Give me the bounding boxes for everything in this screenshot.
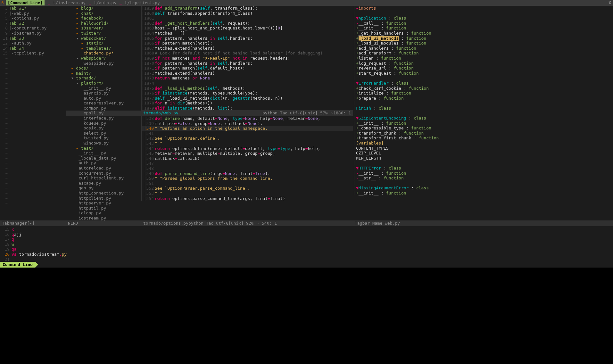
code-line[interactable]: |548 [141, 166, 353, 171]
tag-item[interactable]: |▸ imports [353, 6, 613, 11]
tag-item[interactable]: |▼ MissingArgumentError : class [353, 186, 613, 191]
tag-item[interactable]: | Finish : class [353, 106, 613, 111]
tag-item[interactable]: | +check_xsrf_cookie : function [353, 86, 613, 91]
code-line[interactable]: |1864 matches = [] [141, 31, 353, 36]
tag-item[interactable]: | +add_transform : function [353, 51, 613, 56]
code-line[interactable]: |545 metavar=metavar, multiple=multiple,… [141, 151, 353, 156]
command-window[interactable]: 15x16qajj17q18w19qa20vs tornado/iostream… [0, 226, 613, 262]
nerd-item[interactable]: ▸ s3server/ [66, 26, 141, 31]
code-line[interactable]: |1879 elif isinstance(methods, list): [141, 106, 353, 110]
code-line[interactable]: |538 def define(name, default=None, type… [141, 116, 353, 121]
cmd-line[interactable]: 21 [0, 257, 613, 262]
nerd-item[interactable]: http1connection.py [66, 191, 141, 196]
tabmgr-item[interactable]: `-auth.py [9, 41, 31, 46]
nerd-item[interactable]: ▸ chat/ [66, 11, 141, 16]
nerd-item[interactable]: twisted.py [66, 136, 141, 141]
nerd-item[interactable]: kqueue.py [66, 121, 141, 126]
code-line[interactable]: |543 """ [141, 141, 353, 146]
code-line[interactable]: |541 [141, 131, 353, 136]
nerd-item[interactable]: auth.py [66, 161, 141, 166]
tag-item[interactable]: | +transform_first_chunk : function [353, 136, 613, 141]
nerd-item[interactable]: httputil.py [66, 206, 141, 211]
tag-item[interactable]: | -__init__ : function [353, 171, 613, 176]
editor-bottom[interactable]: |538 def define(name, default=None, type… [141, 116, 353, 220]
code-line[interactable]: |1874 [141, 81, 353, 86]
cmd-line[interactable]: 15x [0, 227, 613, 232]
nerdtree-panel[interactable]: ▸ blog/ ▸ chat/ ▸ facebook/ ▸ helloworld… [66, 6, 141, 220]
cmd-line[interactable]: 18w [0, 242, 613, 247]
tag-item[interactable]: | +_compressible_type : function [353, 126, 613, 131]
code-line[interactable]: |1868 # Look for default host if not beh… [141, 51, 353, 56]
tag-item[interactable]: |▼ ErrorHandler : class [353, 81, 613, 86]
code-line[interactable]: |554 return options.parse_command_line(a… [141, 196, 353, 201]
tag-item[interactable]: | +prepare : function [353, 96, 613, 101]
nerd-item[interactable]: ▸ maint/ [66, 71, 141, 76]
tab[interactable]: ⎵ t/tcpclient.py [120, 0, 160, 5]
code-line[interactable]: |553 """ [141, 191, 353, 196]
nerd-item[interactable]: caresresolver.py [66, 101, 141, 106]
tag-item[interactable]: | [353, 101, 613, 106]
nerd-item[interactable]: common.py [66, 106, 141, 111]
tag-item[interactable]: | +_load_ui_methods : function [353, 36, 613, 41]
close-icon[interactable]: X [609, 0, 611, 5]
tag-item[interactable]: | [353, 76, 613, 81]
nerd-item[interactable]: autoreload.py [66, 166, 141, 171]
code-line[interactable]: |540 """Defines an option in the global … [141, 126, 353, 131]
cmd-line[interactable]: 19qa [0, 247, 613, 252]
nerd-item[interactable]: _locale_data.py [66, 156, 141, 161]
nerd-item[interactable]: httpserver.py [66, 201, 141, 206]
cmd-line[interactable]: 20vs tornado/iostream.py [0, 252, 613, 257]
nerd-item[interactable]: __init__.py [66, 151, 141, 156]
tag-item[interactable]: | [353, 161, 613, 166]
tag-item[interactable]: | [353, 11, 613, 16]
tabmgr-item[interactable]: `-iostream.py [9, 31, 42, 36]
code-line[interactable]: |550 """Parses global options from the c… [141, 176, 353, 181]
code-line[interactable]: |1872 matches.extend(handlers) [141, 71, 353, 76]
nerd-item[interactable]: ▸ static/ [66, 41, 141, 46]
nerd-item[interactable]: ioloop.py [66, 211, 141, 216]
code-line[interactable]: |1869 if not matches and "X-Real-Ip" not… [141, 56, 353, 61]
nerd-item[interactable]: auto.py [66, 96, 141, 101]
nerd-item[interactable]: ▾ tornado/ [66, 76, 141, 81]
code-line[interactable]: |1860 self.transforms.append(transform_c… [141, 11, 353, 16]
active-tab[interactable]: [Command Line] [6, 0, 45, 5]
nerd-item[interactable]: escape.py [66, 181, 141, 186]
code-line[interactable]: |551 [141, 181, 353, 186]
code-line[interactable]: |549 def parse_command_line(args=None, f… [141, 171, 353, 176]
tag-item[interactable]: | +__init__ : function [353, 191, 613, 196]
tag-item[interactable]: | +add_handlers : function [353, 46, 613, 51]
editor-top[interactable]: |1859 def add_transform(self, transform_… [141, 6, 353, 110]
nerd-item[interactable]: chatdemo.py* [66, 51, 141, 56]
tag-item[interactable]: | GZIP_LEVEL [353, 151, 613, 156]
nerd-item[interactable]: gen.py [66, 186, 141, 191]
tag-item[interactable]: | +__init__ : function [353, 26, 613, 31]
tag-item[interactable]: | [353, 111, 613, 116]
nerd-item[interactable]: ▸ twitter/ [66, 31, 141, 36]
code-line[interactable]: |1873 return matches or None [141, 76, 353, 81]
nerd-item[interactable]: posix.py [66, 126, 141, 131]
tag-item[interactable]: | +listen : function [353, 56, 613, 61]
tabmgr-item[interactable]: |-web.py [9, 11, 29, 16]
tag-item[interactable]: |▼ HTTPError : class [353, 166, 613, 171]
nerd-item[interactable]: ▸ test/ [66, 146, 141, 151]
tag-item[interactable]: | CONTENT_TYPES [353, 146, 613, 151]
code-line[interactable]: |544 return options.define(name, default… [141, 146, 353, 151]
nerd-item[interactable]: httpclient.py [66, 196, 141, 201]
nerd-item[interactable]: interface.py [66, 116, 141, 121]
code-line[interactable]: |1867 matches.extend(handlers) [141, 46, 353, 51]
nerd-item[interactable]: ▸ helloworld/ [66, 21, 141, 26]
tag-item[interactable]: | -__call__ : function [353, 21, 613, 26]
nerd-item[interactable]: ▸ templates/ [66, 46, 141, 51]
tag-item[interactable]: | -__str__ : function [353, 176, 613, 181]
nerd-item[interactable]: iostream.py [66, 216, 141, 221]
cmd-line[interactable]: 16qajj [0, 232, 613, 237]
tabmgr-item[interactable]: Tab #3 [9, 36, 24, 41]
nerd-item[interactable]: windows.py [66, 141, 141, 146]
tag-item[interactable]: |▼ Application : class [353, 16, 613, 21]
cmd-line[interactable]: 17q [0, 237, 613, 242]
code-line[interactable]: |552 See `OptionParser.parse_command_lin… [141, 186, 353, 191]
tab[interactable]: ⎵ t/auth.py [89, 0, 116, 5]
code-line[interactable]: |1876 if isinstance(methods, types.Modul… [141, 91, 353, 96]
tag-item[interactable]: |▼ GZipContentEncoding : class [353, 116, 613, 121]
tag-item[interactable]: | [353, 181, 613, 186]
